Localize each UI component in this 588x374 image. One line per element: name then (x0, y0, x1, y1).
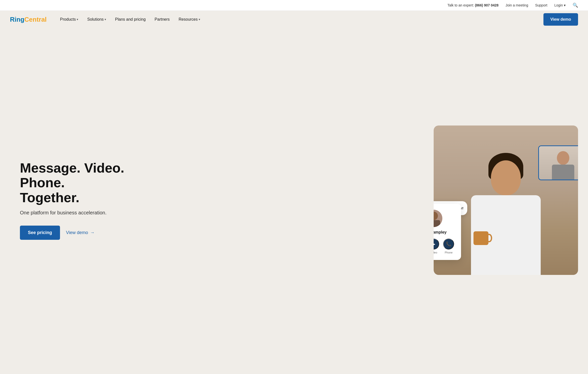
view-demo-link[interactable]: View demo → (66, 230, 95, 235)
contact-avatar (434, 210, 442, 227)
video-action: ▶ Video (434, 239, 439, 254)
partners-label: Partners (155, 17, 170, 22)
chevron-down-icon: ▾ (105, 18, 106, 21)
navigation-bar: RingCentral Products ▾ Solutions ▾ Plans… (0, 11, 588, 28)
solutions-label: Solutions (87, 17, 104, 22)
logo-ring: Ring (10, 16, 24, 23)
view-demo-button[interactable]: View demo (543, 13, 578, 26)
chevron-down-icon: ▾ (199, 18, 200, 21)
pip-person (539, 146, 578, 180)
pip-body (552, 165, 574, 180)
talk-expert-label: Talk to an expert: (447, 3, 474, 7)
headline-line2: Together. (20, 190, 79, 205)
top-bar-items: Talk to an expert: (866) 907 0428 Join a… (447, 2, 578, 8)
video-button[interactable]: ▶ (434, 239, 439, 249)
support-link[interactable]: Support (535, 3, 547, 7)
contact-avatar-body (434, 220, 440, 227)
products-label: Products (60, 17, 76, 22)
headline-line1: Message. Video. Phone. (20, 160, 124, 190)
hero-subtext: One platform for business acceleration. (20, 210, 144, 216)
join-meeting-link[interactable]: Join a meeting (506, 3, 528, 7)
nav-plans-pricing[interactable]: Plans and pricing (112, 15, 149, 24)
top-bar: Talk to an expert: (866) 907 0428 Join a… (0, 0, 588, 11)
plans-pricing-label: Plans and pricing (115, 17, 146, 22)
video-pip (538, 145, 578, 180)
phone-number: (866) 907 0428 (475, 3, 499, 7)
phone-button[interactable]: 📞 (443, 239, 454, 249)
see-pricing-button[interactable]: See pricing (20, 226, 60, 240)
hero-image: Let's kick this project off Irvin Sample… (434, 125, 578, 275)
phone-action: 📞 Phone (443, 239, 454, 254)
phone-icon: 📞 (446, 241, 451, 247)
logo-central: Central (24, 16, 47, 23)
contact-avatar-head (434, 212, 438, 220)
chevron-down-icon: ▾ (564, 3, 566, 7)
head (491, 160, 521, 195)
login-label: Login (554, 3, 563, 7)
nav-partners[interactable]: Partners (151, 15, 173, 24)
hero-section: Message. Video. Phone. Together. One pla… (0, 28, 588, 372)
logo[interactable]: RingCentral (10, 16, 47, 23)
talk-expert-text: Talk to an expert: (866) 907 0428 (447, 3, 498, 7)
nav-links: Products ▾ Solutions ▾ Plans and pricing… (57, 15, 543, 24)
hero-image-area: Let's kick this project off Irvin Sample… (144, 123, 578, 277)
login-link[interactable]: Login ▾ (554, 3, 566, 7)
contact-actions: ✉ Message ▶ Video 📞 Phone (434, 239, 454, 254)
resources-label: Resources (179, 17, 198, 22)
hero-headline: Message. Video. Phone. Together. (20, 161, 144, 205)
nav-solutions[interactable]: Solutions ▾ (84, 15, 110, 24)
contact-card: Irvin Sampley ✉ Message ▶ Video (434, 204, 461, 260)
pip-head (557, 151, 569, 165)
chevron-down-icon: ▾ (77, 18, 78, 21)
video-icon: ▶ (434, 241, 435, 247)
hero-content: Message. Video. Phone. Together. One pla… (20, 161, 144, 240)
nav-products[interactable]: Products ▾ (57, 15, 82, 24)
view-demo-text: View demo (66, 230, 88, 235)
video-label: Video (434, 251, 437, 254)
mug (473, 231, 488, 245)
arrow-icon: → (90, 230, 95, 235)
search-button[interactable]: 🔍 (573, 2, 578, 8)
hero-buttons: See pricing View demo → (20, 226, 144, 240)
search-icon: 🔍 (573, 3, 578, 8)
nav-resources[interactable]: Resources ▾ (175, 15, 204, 24)
contact-name: Irvin Sampley (434, 230, 454, 235)
phone-label: Phone (445, 251, 453, 254)
